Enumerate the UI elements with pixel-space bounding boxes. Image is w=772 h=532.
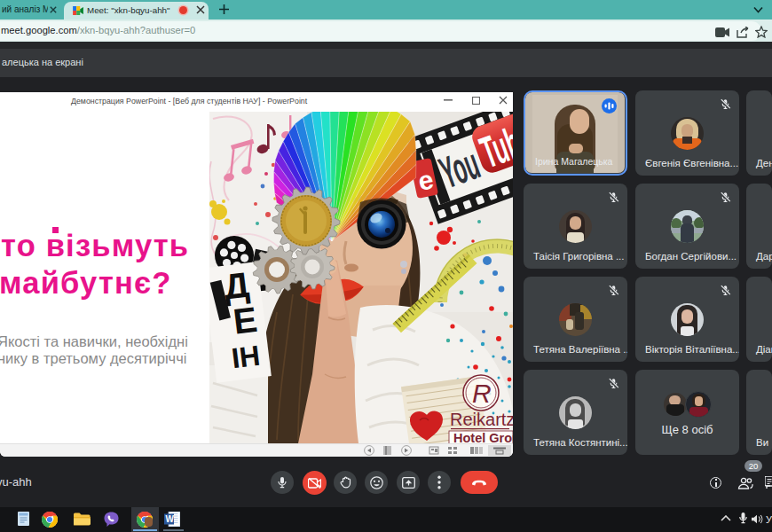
svg-text:Reikartz: Reikartz: [450, 410, 513, 429]
svg-text:майбутнє?: майбутнє?: [0, 266, 172, 300]
svg-text:нику в третьому десятиріччі: нику в третьому десятиріччі: [0, 350, 186, 366]
svg-text:Е: Е: [231, 300, 259, 341]
svg-text:то візьмуть: то візьмуть: [1, 229, 189, 262]
svg-text:W: W: [166, 514, 175, 524]
svg-text:Hotel Group: Hotel Group: [453, 431, 513, 443]
svg-text:R: R: [472, 379, 492, 408]
svg-text:Якості та навички, необхідні: Якості та навички, необхідні: [0, 333, 188, 349]
svg-text:ІН: ІН: [230, 340, 262, 375]
